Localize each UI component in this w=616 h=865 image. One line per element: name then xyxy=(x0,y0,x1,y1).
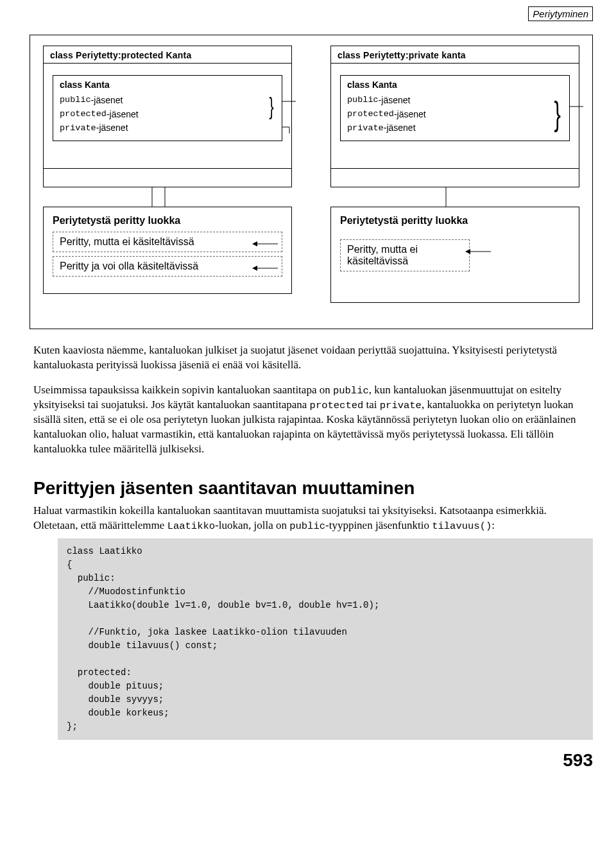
arrow-icon xyxy=(252,264,278,272)
member-label: -jäsenet xyxy=(384,121,416,135)
member-label: -jäsenet xyxy=(91,94,123,108)
member-label: -jäsenet xyxy=(107,108,139,122)
connector-line xyxy=(569,104,583,130)
code-inline: Laatikko xyxy=(167,520,215,532)
right-note-box-1: Peritty, mutta ei käsiteltävissä xyxy=(340,239,470,271)
member-modifier: public xyxy=(347,94,379,107)
body-text: Kuten kaaviosta näemme, kantaluokan julk… xyxy=(33,343,589,533)
right-derived-box: Periytetystä peritty luokka Peritty, mut… xyxy=(330,207,579,303)
connector-line xyxy=(43,187,292,207)
member-modifier: private xyxy=(60,122,96,135)
note-text: Peritty, mutta ei käsiteltävissä xyxy=(60,236,194,247)
member-modifier: protected xyxy=(60,108,107,121)
member-label: -jäsenet xyxy=(379,94,411,108)
left-inner-title: class Kanta xyxy=(60,80,275,90)
page: Periytyminen class Periytetty:protected … xyxy=(0,0,616,796)
diagram-left-column: class Periytetty:protected Kanta class K… xyxy=(43,46,292,303)
left-note-box-1: Peritty, mutta ei käsiteltävissä xyxy=(53,232,282,252)
svg-marker-12 xyxy=(465,249,470,254)
member-label: -jäsenet xyxy=(96,121,128,135)
code-inline: protected xyxy=(310,400,364,411)
right-inner-class-box: class Kanta public -jäsenet protected -j… xyxy=(340,75,570,141)
svg-marker-8 xyxy=(252,266,257,271)
brace-icon: } xyxy=(554,97,560,130)
right-derived-title: Periytetystä peritty luokka xyxy=(340,215,571,227)
section-heading: Perittyjen jäsenten saantitavan muuttami… xyxy=(33,476,589,501)
code-inline: public xyxy=(333,385,369,397)
paragraph: Kuten kaaviosta näemme, kantaluokan julk… xyxy=(33,343,589,373)
code-block: class Laatikko { public: //Muodostinfunk… xyxy=(58,538,593,740)
note-text: Peritty ja voi olla käsiteltävissä xyxy=(60,261,198,271)
left-outer-title: class Periytetty:protected Kanta xyxy=(44,46,291,63)
left-derived-title: Periytetystä peritty luokka xyxy=(53,215,284,227)
page-number: 593 xyxy=(30,750,593,771)
left-derived-box: Periytetystä peritty luokka Peritty, mut… xyxy=(43,207,292,294)
code-inline: tilavuus() xyxy=(432,520,492,532)
paragraph: Useimmissa tapauksissa kaikkein sopivin … xyxy=(33,383,589,457)
right-outer-class-box: class Periytetty:private kanta class Kan… xyxy=(330,46,579,187)
diagram-right-column: class Periytetty:private kanta class Kan… xyxy=(330,46,579,303)
member-label: -jäsenet xyxy=(394,108,426,122)
paragraph: Haluat varmastikin kokeilla kantaluokan … xyxy=(33,504,589,533)
member-modifier: public xyxy=(60,94,91,107)
member-modifier: private xyxy=(347,122,384,135)
connector-line xyxy=(330,187,579,207)
svg-marker-6 xyxy=(252,241,257,246)
right-inner-title: class Kanta xyxy=(347,80,563,90)
brace-icon: } xyxy=(269,95,273,118)
page-header-label: Periytyminen xyxy=(528,6,593,21)
right-outer-title: class Periytetty:private kanta xyxy=(331,46,579,63)
diagram-outer-frame: class Periytetty:protected Kanta class K… xyxy=(30,35,593,329)
code-inline: public xyxy=(289,520,325,532)
code-inline: private xyxy=(380,400,422,411)
arrow-icon xyxy=(252,240,278,248)
left-inner-class-box: class Kanta public -jäsenet protected -j… xyxy=(53,75,282,141)
member-modifier: protected xyxy=(347,108,394,121)
left-note-box-2: Peritty ja voi olla käsiteltävissä xyxy=(53,256,282,277)
arrow-icon xyxy=(465,248,491,255)
connector-line xyxy=(282,95,296,133)
diagram-top-row: class Periytetty:protected Kanta class K… xyxy=(43,46,579,303)
note-text: Peritty, mutta ei käsiteltävissä xyxy=(347,244,418,266)
left-outer-class-box: class Periytetty:protected Kanta class K… xyxy=(43,46,292,187)
